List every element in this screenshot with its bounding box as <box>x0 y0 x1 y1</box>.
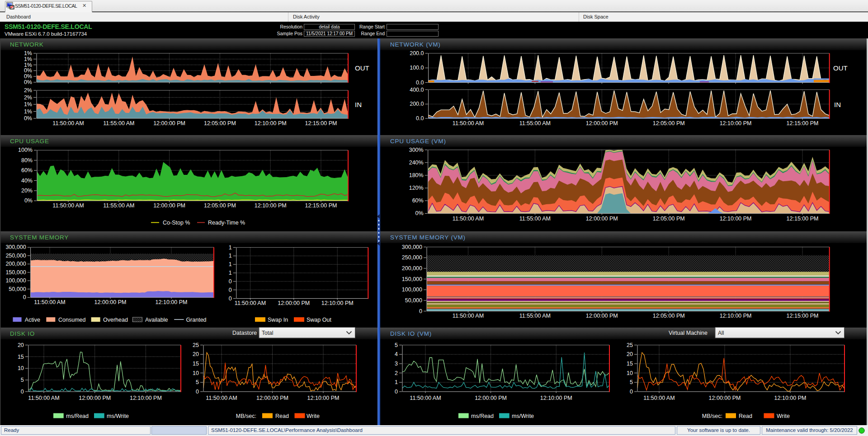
svg-text:Swap In: Swap In <box>268 317 288 323</box>
svg-text:25: 25 <box>193 342 199 348</box>
svg-text:0: 0 <box>630 389 633 395</box>
svg-text:MB/sec:: MB/sec: <box>236 413 256 419</box>
svg-text:11:55:00 AM: 11:55:00 AM <box>519 120 551 127</box>
svg-text:0%: 0% <box>24 197 33 204</box>
svg-text:DISK IO (VM): DISK IO (VM) <box>390 330 432 337</box>
svg-text:12:00:00 PM: 12:00:00 PM <box>586 120 618 127</box>
svg-text:240%: 240% <box>409 159 424 166</box>
svg-text:11:50:00 AM: 11:50:00 AM <box>643 395 675 401</box>
svg-text:11:50:00 AM: 11:50:00 AM <box>453 313 484 319</box>
svg-text:2: 2 <box>395 370 398 376</box>
svg-text:12:10:00 PM: 12:10:00 PM <box>720 313 752 319</box>
svg-text:All: All <box>718 330 724 336</box>
svg-text:10: 10 <box>627 370 633 376</box>
svg-text:11:55:00 AM: 11:55:00 AM <box>103 202 134 209</box>
svg-text:11:50:00 AM: 11:50:00 AM <box>34 299 65 305</box>
svg-text:20: 20 <box>193 351 199 357</box>
svg-text:12:05:00 PM: 12:05:00 PM <box>653 120 685 127</box>
svg-text:Read: Read <box>275 413 289 419</box>
svg-text:SYSTEM MEMORY: SYSTEM MEMORY <box>10 234 69 241</box>
svg-text:11:50:00 AM: 11:50:00 AM <box>28 395 59 401</box>
svg-text:DISK IO: DISK IO <box>10 330 35 337</box>
svg-text:250,000: 250,000 <box>402 254 422 261</box>
svg-text:12:10:00 PM: 12:10:00 PM <box>540 395 572 401</box>
svg-text:100,000: 100,000 <box>5 277 26 284</box>
svg-text:NETWORK: NETWORK <box>10 41 44 48</box>
svg-text:300%: 300% <box>409 147 424 153</box>
svg-text:12:00:00 PM: 12:00:00 PM <box>278 300 310 306</box>
svg-text:11:50:00 AM: 11:50:00 AM <box>235 300 266 306</box>
svg-text:15: 15 <box>193 361 199 367</box>
svg-text:200.0: 200.0 <box>410 50 424 56</box>
svg-text:ms/Read: ms/Read <box>66 413 89 419</box>
svg-text:ms/Write: ms/Write <box>512 413 534 419</box>
svg-text:5: 5 <box>21 377 24 383</box>
svg-text:120%: 120% <box>409 185 424 191</box>
svg-text:12:10:00 PM: 12:10:00 PM <box>130 395 162 401</box>
svg-text:0%: 0% <box>415 210 424 216</box>
svg-text:40%: 40% <box>21 178 33 184</box>
svg-text:12:15:00 PM: 12:15:00 PM <box>305 202 337 209</box>
svg-text:Write: Write <box>307 413 320 419</box>
svg-text:Swap Out: Swap Out <box>307 317 331 323</box>
svg-text:0: 0 <box>21 389 24 395</box>
svg-text:15: 15 <box>18 354 24 360</box>
svg-text:CPU USAGE: CPU USAGE <box>10 138 49 145</box>
svg-text:200.0: 200.0 <box>410 101 424 107</box>
svg-text:12:00:00 PM: 12:00:00 PM <box>153 202 185 209</box>
svg-text:0: 0 <box>395 389 398 395</box>
svg-text:5: 5 <box>196 379 199 385</box>
svg-text:0: 0 <box>419 308 422 314</box>
svg-text:12:10:00 PM: 12:10:00 PM <box>720 120 752 127</box>
svg-text:Overhead: Overhead <box>103 317 128 323</box>
svg-text:400.0: 400.0 <box>410 87 424 93</box>
svg-text:1: 1 <box>229 270 232 276</box>
svg-text:1: 1 <box>395 379 398 385</box>
svg-text:12:00:00 PM: 12:00:00 PM <box>256 395 288 401</box>
svg-text:60%: 60% <box>412 197 424 204</box>
svg-text:0: 0 <box>23 294 26 300</box>
svg-text:300,000: 300,000 <box>5 244 26 250</box>
svg-text:11:50:00 AM: 11:50:00 AM <box>453 216 484 222</box>
svg-text:Granted: Granted <box>186 317 206 323</box>
svg-text:200,000: 200,000 <box>5 261 26 267</box>
svg-text:12:05:00 PM: 12:05:00 PM <box>204 120 236 127</box>
svg-text:180%: 180% <box>409 172 424 178</box>
svg-text:10: 10 <box>18 365 24 371</box>
svg-text:OUT: OUT <box>833 64 848 72</box>
svg-text:SYSTEM MEMORY (VM): SYSTEM MEMORY (VM) <box>390 234 466 241</box>
svg-text:1: 1 <box>229 261 232 267</box>
svg-text:11:50:00 AM: 11:50:00 AM <box>453 120 484 127</box>
svg-text:12:15:00 PM: 12:15:00 PM <box>787 313 819 319</box>
svg-text:12:15:00 PM: 12:15:00 PM <box>787 120 819 127</box>
svg-text:11:55:00 AM: 11:55:00 AM <box>519 216 551 222</box>
svg-text:0%: 0% <box>24 79 32 85</box>
svg-text:Datastore: Datastore <box>232 330 257 336</box>
svg-text:11:50:00 AM: 11:50:00 AM <box>52 120 84 127</box>
svg-text:12:10:00 PM: 12:10:00 PM <box>321 300 354 306</box>
svg-text:Virtual Machine: Virtual Machine <box>669 330 708 336</box>
svg-text:300,000: 300,000 <box>402 244 422 250</box>
svg-text:11:50:00 AM: 11:50:00 AM <box>206 395 237 401</box>
svg-text:12:00:00 PM: 12:00:00 PM <box>586 216 618 222</box>
svg-text:20: 20 <box>627 351 633 357</box>
svg-text:Consumed: Consumed <box>58 317 85 323</box>
svg-text:60%: 60% <box>21 167 33 173</box>
svg-text:80%: 80% <box>21 157 33 164</box>
svg-text:12:00:00 PM: 12:00:00 PM <box>586 313 618 319</box>
svg-text:12:10:00 PM: 12:10:00 PM <box>774 395 807 401</box>
svg-text:4: 4 <box>395 351 398 357</box>
svg-text:12:10:00 PM: 12:10:00 PM <box>720 216 752 222</box>
svg-text:0%: 0% <box>24 115 32 122</box>
svg-text:0: 0 <box>229 295 232 302</box>
svg-text:5: 5 <box>630 379 633 385</box>
svg-text:11:50:00 AM: 11:50:00 AM <box>52 202 84 209</box>
svg-text:12:00:00 PM: 12:00:00 PM <box>709 395 741 401</box>
svg-text:150,000: 150,000 <box>402 276 422 282</box>
svg-text:2%: 2% <box>24 94 32 101</box>
svg-text:11:55:00 AM: 11:55:00 AM <box>519 313 551 319</box>
svg-text:MB/sec:: MB/sec: <box>702 413 722 419</box>
svg-text:NETWORK (VM): NETWORK (VM) <box>390 41 441 48</box>
svg-text:0.0: 0.0 <box>416 115 424 122</box>
svg-text:1: 1 <box>229 244 232 251</box>
